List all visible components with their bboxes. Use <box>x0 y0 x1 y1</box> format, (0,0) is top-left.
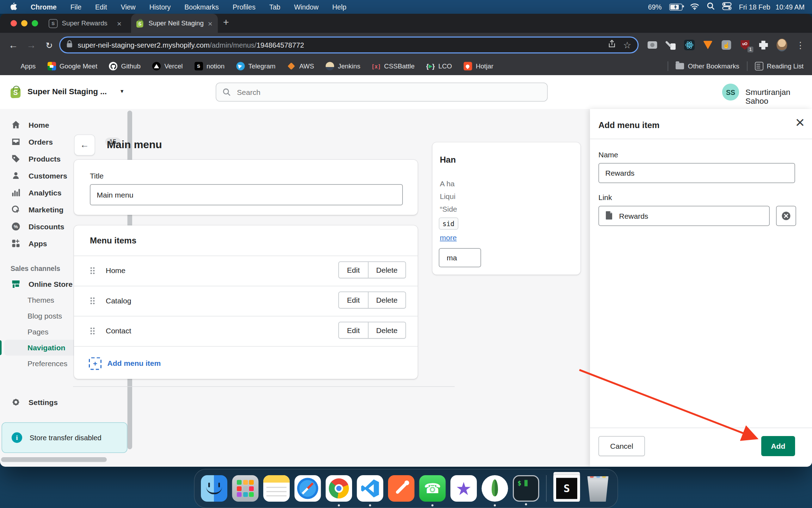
drag-handle-icon[interactable] <box>91 297 95 304</box>
delete-button[interactable]: Delete <box>368 322 406 338</box>
bookmark-hotjar[interactable]: Hotjar <box>463 62 493 71</box>
menubar-time[interactable]: 10:49 AM <box>776 3 805 11</box>
metamask-extension-icon[interactable] <box>703 40 713 50</box>
dock-vscode-icon[interactable] <box>357 475 383 502</box>
dock-chrome-icon[interactable] <box>326 475 352 502</box>
search-input[interactable] <box>236 87 541 97</box>
dock-s-files-icon[interactable]: S <box>554 475 580 502</box>
control-center-icon[interactable] <box>722 2 732 12</box>
menu-view[interactable]: View <box>121 3 136 11</box>
menu-bookmarks[interactable]: Bookmarks <box>184 3 219 11</box>
chrome-profile-avatar[interactable] <box>777 40 787 50</box>
add-button[interactable]: Add <box>761 436 795 456</box>
bookmark-notion[interactable]: S notion <box>195 62 225 71</box>
wifi-icon[interactable] <box>690 2 699 12</box>
new-tab-button[interactable]: + <box>223 17 229 28</box>
traffic-light-close[interactable] <box>11 20 17 26</box>
menu-tab[interactable]: Tab <box>269 3 280 11</box>
dock-trash-icon[interactable] <box>585 475 611 502</box>
screenshot-extension-icon[interactable] <box>647 40 658 50</box>
menu-history[interactable]: History <box>149 3 171 11</box>
menu-chrome[interactable]: Chrome <box>31 3 57 11</box>
close-icon[interactable]: × <box>795 113 805 131</box>
tab-super-neil-staging[interactable]: S Super Neil Staging Server2 ~ M × <box>131 14 218 33</box>
tab-super-rewards[interactable]: S Super Rewards × <box>43 14 127 33</box>
bookmark-google-meet[interactable]: Google Meet <box>47 62 97 71</box>
customers-icon <box>11 171 21 181</box>
store-name[interactable]: Super Neil Staging ... <box>27 87 107 96</box>
learn-more-link[interactable]: more <box>440 234 457 242</box>
link-input[interactable] <box>598 206 770 226</box>
other-bookmarks[interactable]: Other Bookmarks <box>676 62 739 71</box>
menu-file[interactable]: File <box>70 3 81 11</box>
desktop: Chrome File Edit View History Bookmarks … <box>0 0 812 508</box>
name-input[interactable] <box>598 163 795 183</box>
spotlight-search-icon[interactable] <box>707 2 715 12</box>
colorpicker-extension-icon[interactable] <box>666 40 676 50</box>
delete-button[interactable]: Delete <box>368 262 406 278</box>
discounts-icon: % <box>11 222 21 231</box>
back-button[interactable]: ← <box>74 134 95 156</box>
tab-close-icon[interactable]: × <box>208 19 213 28</box>
dock-mongodb-icon[interactable] <box>482 475 508 502</box>
bookmark-aws[interactable]: AWS <box>287 62 314 71</box>
bookmark-cssbattle[interactable]: [x] CSSBattle <box>372 62 414 71</box>
bookmark-star-icon[interactable]: ☆ <box>623 40 631 51</box>
online-store-icon <box>11 279 21 289</box>
sidebar-item-home[interactable]: Home <box>0 116 133 133</box>
reload-icon[interactable]: ↻ <box>40 40 58 50</box>
edit-button[interactable]: Edit <box>339 322 368 338</box>
edit-button[interactable]: Edit <box>339 262 368 278</box>
apple-menu-icon[interactable] <box>10 2 17 12</box>
menu-edit[interactable]: Edit <box>95 3 107 11</box>
tab-close-icon[interactable]: × <box>117 19 122 28</box>
extensions-puzzle-icon[interactable] <box>758 40 769 50</box>
edit-button[interactable]: Edit <box>339 292 368 308</box>
store-transfer-banner[interactable]: i Store transfer disabled <box>2 422 128 453</box>
bookmark-jenkins[interactable]: Jenkins <box>326 62 360 71</box>
menu-help[interactable]: Help <box>332 3 346 11</box>
reading-list[interactable]: Reading List <box>755 62 804 71</box>
sidebar-item-settings[interactable]: Settings <box>0 394 133 411</box>
delete-button[interactable]: Delete <box>368 292 406 308</box>
store-caret-icon[interactable]: ▾ <box>121 88 123 95</box>
chrome-menu-icon[interactable]: ⋮ <box>795 40 806 50</box>
add-menu-item-link[interactable]: Add menu item <box>107 359 161 367</box>
traffic-light-minimize[interactable] <box>21 20 27 26</box>
menu-window[interactable]: Window <box>294 3 318 11</box>
add-menu-item-row[interactable]: + Add menu item <box>74 348 418 379</box>
cancel-button[interactable]: Cancel <box>598 436 645 456</box>
panel-title: Add menu item <box>598 121 659 130</box>
dock-launchpad-icon[interactable] <box>232 475 259 502</box>
url-bar[interactable]: super-neil-staging-server2.myshopify.com… <box>59 37 639 54</box>
clear-link-button[interactable] <box>776 206 796 226</box>
dock-terminal-icon[interactable]: $ <box>513 475 539 502</box>
admin-search-bar[interactable] <box>216 83 548 102</box>
dock-finder-icon[interactable] <box>201 475 227 502</box>
dock-safari-icon[interactable] <box>295 475 321 502</box>
menu-profiles[interactable]: Profiles <box>233 3 256 11</box>
traffic-light-zoom[interactable] <box>32 20 38 26</box>
drag-handle-icon[interactable] <box>91 328 95 335</box>
react-devtools-icon[interactable] <box>684 40 695 50</box>
bookmark-github[interactable]: Github <box>109 62 141 71</box>
bookmark-vercel[interactable]: Vercel <box>152 62 183 71</box>
menubar-date[interactable]: Fri 18 Feb <box>739 3 770 11</box>
pointer-extension-icon[interactable]: ☝ <box>721 40 732 50</box>
dock-notes-icon[interactable] <box>263 475 290 502</box>
forward-icon[interactable]: → <box>22 40 40 51</box>
drag-handle-icon[interactable] <box>91 267 95 274</box>
menu-title-input[interactable] <box>90 184 403 205</box>
share-icon[interactable] <box>608 40 616 50</box>
shopify-logo[interactable]: S <box>11 86 22 98</box>
bookmark-lco[interactable]: {▶} LCO <box>426 62 452 71</box>
dock-postman-icon[interactable] <box>388 475 414 502</box>
bookmark-apps[interactable]: Apps <box>8 62 36 71</box>
dock-imovie-icon[interactable]: ★ <box>450 475 477 502</box>
back-icon[interactable]: ← <box>4 40 22 51</box>
ublock-extension-icon[interactable]: uO1 <box>740 40 750 50</box>
sidebar-horizontal-scrollbar[interactable] <box>1 457 107 462</box>
bookmark-telegram[interactable]: Telegram <box>236 62 276 71</box>
dock-whatsapp-icon[interactable]: ☎ <box>419 475 446 502</box>
user-avatar[interactable]: SS <box>722 84 739 101</box>
